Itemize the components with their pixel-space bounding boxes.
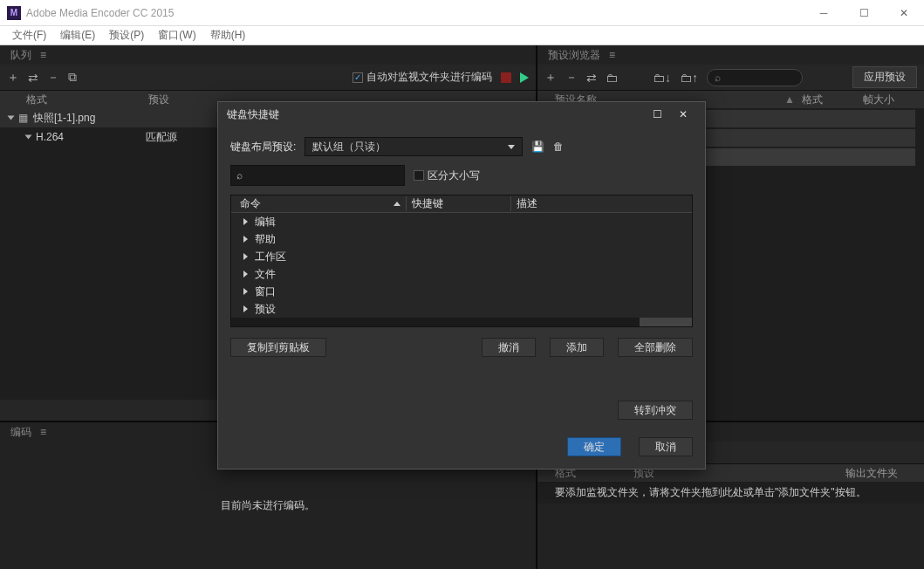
menu-edit[interactable]: 编辑(E) [53, 26, 102, 45]
auto-encode-label: 自动对监视文件夹进行编码 [366, 70, 492, 85]
save-preset-icon[interactable]: 💾 [531, 141, 544, 153]
ok-button[interactable]: 确定 [567, 437, 621, 456]
watch-hint-text: 要添加监视文件夹，请将文件夹拖到此处或单击"添加文件夹"按钮。 [537, 482, 924, 504]
minimize-button[interactable]: ─ [804, 0, 844, 26]
category-label: 文件 [255, 267, 276, 282]
dialog-maximize-button[interactable]: ☐ [644, 108, 670, 120]
menu-help[interactable]: 帮助(H) [203, 26, 253, 45]
expand-icon[interactable] [243, 218, 248, 225]
menu-window[interactable]: 窗口(W) [151, 26, 202, 45]
encoding-panel-title: 编码 [7, 423, 35, 442]
import-icon[interactable]: 🗀↓ [653, 71, 671, 85]
shortcut-search-input[interactable]: ⌕ [230, 165, 405, 186]
app-logo-icon: M [7, 6, 21, 20]
expand-icon[interactable] [25, 135, 32, 140]
expand-icon[interactable] [243, 288, 248, 295]
cancel-button[interactable]: 取消 [639, 437, 693, 456]
category-label: 窗口 [255, 284, 276, 299]
new-folder-icon[interactable]: 🗀 [606, 71, 618, 85]
col-description[interactable]: 描述 [510, 196, 692, 211]
queue-col-format: 格式 [26, 93, 148, 107]
category-label: 预设 [255, 302, 276, 317]
queue-file-name: 快照[1-1].png [33, 111, 95, 126]
menu-preset[interactable]: 预设(P) [102, 26, 151, 45]
preset-panel-title: 预设浏览器 [544, 46, 604, 65]
category-row[interactable]: 窗口 [231, 283, 692, 300]
settings-icon[interactable]: ⇄ [28, 71, 38, 85]
chevron-down-icon [508, 145, 515, 149]
expand-icon[interactable] [243, 305, 248, 312]
encoding-idle-text: 目前尚未进行编码。 [221, 498, 315, 513]
category-row[interactable]: 工作区 [231, 248, 692, 265]
watch-col-output: 输出文件夹 [845, 466, 924, 481]
window-titlebar: M Adobe Media Encoder CC 2015 ─ ☐ ✕ [0, 0, 924, 26]
category-label: 编辑 [255, 215, 276, 230]
case-sensitive-checkbox[interactable]: 区分大小写 [414, 168, 480, 183]
checkbox-icon [414, 170, 424, 181]
category-label: 工作区 [255, 250, 286, 264]
category-row[interactable]: 编辑 [231, 213, 692, 230]
search-icon: ⌕ [715, 72, 721, 84]
preset-settings-icon[interactable]: ⇄ [586, 71, 597, 85]
stop-icon[interactable] [501, 72, 511, 83]
duplicate-icon[interactable]: ⧉ [68, 70, 77, 85]
expand-icon[interactable] [243, 236, 248, 243]
remove-preset-icon[interactable]: － [565, 70, 578, 86]
panel-menu-icon[interactable]: ≡ [609, 49, 615, 61]
apply-preset-button[interactable]: 应用预设 [852, 66, 917, 88]
panel-menu-icon[interactable]: ≡ [40, 426, 46, 438]
auto-encode-checkbox[interactable]: ✓ 自动对监视文件夹进行编码 [352, 70, 492, 85]
expand-icon[interactable] [243, 271, 248, 278]
layout-preset-dropdown[interactable]: 默认组（只读） [305, 137, 523, 156]
category-row[interactable]: 帮助 [231, 230, 692, 248]
keyboard-shortcuts-dialog: 键盘快捷键 ☐ ✕ 键盘布局预设: 默认组（只读） 💾 🗑 ⌕ 区分大小写 [217, 101, 706, 470]
menubar: 文件(F) 编辑(E) 预设(P) 窗口(W) 帮助(H) [0, 26, 924, 45]
queue-codec: H.264 [36, 131, 140, 143]
add-source-icon[interactable]: ＋ [7, 70, 19, 86]
search-icon: ⌕ [236, 169, 243, 182]
queue-panel-title: 队列 [7, 46, 35, 65]
add-button[interactable]: 添加 [550, 338, 604, 357]
add-preset-icon[interactable]: ＋ [544, 70, 557, 86]
expand-icon[interactable] [8, 116, 15, 120]
col-shortcut[interactable]: 快捷键 [406, 196, 510, 211]
maximize-button[interactable]: ☐ [844, 0, 884, 26]
delete-all-button[interactable]: 全部删除 [618, 338, 693, 357]
preset-col-framesize: 帧大小 [863, 93, 924, 107]
case-sensitive-label: 区分大小写 [428, 168, 480, 183]
dialog-title: 键盘快捷键 [227, 107, 279, 122]
category-row[interactable]: 预设 [231, 300, 692, 318]
category-label: 帮助 [255, 232, 276, 247]
category-row[interactable]: 文件 [231, 265, 692, 283]
image-file-icon: ▦ [18, 112, 28, 124]
col-command[interactable]: 命令 [240, 196, 261, 211]
remove-icon[interactable]: － [47, 70, 59, 86]
layout-preset-label: 键盘布局预设: [230, 140, 296, 154]
preset-search-input[interactable]: ⌕ [707, 69, 803, 86]
export-icon[interactable]: 🗀↑ [680, 71, 698, 85]
preset-col-format: 格式 [802, 93, 863, 107]
copy-clipboard-button[interactable]: 复制到剪贴板 [230, 338, 326, 357]
checkmark-icon: ✓ [352, 72, 363, 83]
shortcut-search-field[interactable] [246, 169, 399, 182]
close-button[interactable]: ✕ [884, 0, 924, 26]
undo-button[interactable]: 撤消 [482, 338, 536, 357]
delete-preset-icon[interactable]: 🗑 [553, 141, 564, 153]
horizontal-scrollbar[interactable] [231, 318, 692, 326]
start-queue-icon[interactable] [520, 72, 529, 83]
expand-icon[interactable] [243, 253, 248, 260]
queue-match-source: 匹配源 [146, 130, 177, 145]
scrollbar-thumb[interactable] [640, 318, 692, 326]
goto-conflict-button[interactable]: 转到冲突 [618, 401, 693, 420]
sort-asc-icon[interactable] [394, 202, 400, 206]
layout-preset-value: 默认组（只读） [312, 140, 386, 154]
sort-icon[interactable]: ▲ [784, 93, 802, 106]
window-title: Adobe Media Encoder CC 2015 [26, 7, 804, 19]
dialog-close-button[interactable]: ✕ [670, 108, 696, 120]
menu-file[interactable]: 文件(F) [5, 26, 53, 45]
queue-col-preset: 预设 [148, 93, 169, 107]
panel-menu-icon[interactable]: ≡ [40, 49, 46, 61]
